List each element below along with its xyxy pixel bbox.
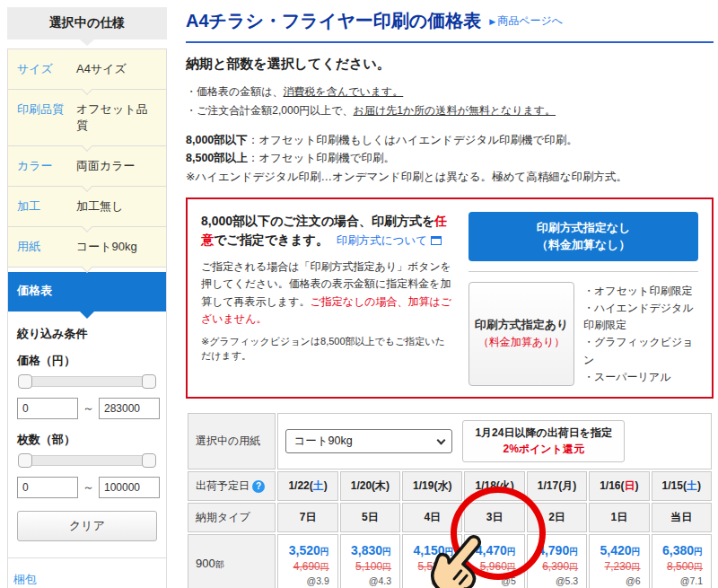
- method-item: ・オフセット印刷限定: [583, 283, 698, 300]
- price-original: 6,390円: [536, 559, 578, 575]
- price-per-unit: @3.9: [286, 575, 328, 587]
- price-cell[interactable]: 4,790円 6,390円 @5.3: [527, 534, 587, 588]
- quantity-label: 900部: [188, 534, 276, 588]
- price-original: 5,100円: [349, 559, 391, 575]
- method-box-body: ご指定される場合は「印刷方式指定あり」ボタンを押してください。価格表の表示金額に…: [201, 259, 454, 328]
- about-print-method-link[interactable]: 印刷方式について: [337, 234, 427, 247]
- price-max-input[interactable]: [99, 398, 160, 419]
- sidebar-links: 梱包 オプション: [8, 557, 166, 588]
- main-content: A4チラシ・フライヤー印刷の価格表 ▶商品ページへ 納期と部数を選択してください…: [167, 0, 718, 588]
- help-icon[interactable]: ?: [252, 480, 265, 493]
- price-cell[interactable]: 5,420円 7,230円 @6: [589, 534, 649, 588]
- spec-list: サイズ A4サイズ 印刷品質 オフセット品質 カラー 両面カラー 加工 加工無し: [8, 49, 166, 268]
- price-range-inputs: ～: [17, 398, 157, 419]
- note-link[interactable]: 消費税を含んでいます。: [284, 85, 404, 98]
- spec-label: 加工: [17, 198, 76, 215]
- paper-row: 選択中の用紙 コート90kg 1月24日以降の出荷日を指定 2%ポイント還元: [188, 413, 712, 470]
- spec-row[interactable]: 印刷品質 オフセット品質: [8, 90, 166, 146]
- price-per-unit: @7.1: [661, 575, 703, 587]
- qty-slider-handle-max[interactable]: [142, 453, 156, 468]
- spec-value: コート90kg: [76, 239, 137, 255]
- delivery-type-cell: 7日: [277, 503, 337, 532]
- method-item: ・グラフィックビジョン: [583, 334, 698, 368]
- qty-min-input[interactable]: [17, 477, 78, 498]
- price-current: 4,790円: [536, 541, 578, 559]
- price-per-unit: @6: [598, 575, 640, 587]
- spec-row[interactable]: 加工 加工無し: [8, 187, 166, 227]
- spec-row[interactable]: カラー 両面カラー: [8, 146, 166, 187]
- sidebar-link[interactable]: 梱包: [8, 557, 166, 588]
- no-method-button[interactable]: 印刷方式指定なし （料金加算なし）: [468, 212, 698, 261]
- delivery-type-cell: 1日: [589, 503, 649, 532]
- price-cell[interactable]: 3,520円 4,690円 @3.9: [277, 534, 337, 588]
- machine-info-line: ※ハイエンドデジタル印刷…オンデマンド印刷とは異なる。極めて高精細な印刷方式。: [186, 168, 714, 186]
- delivery-type-cell: 当日: [652, 503, 712, 532]
- delivery-type-cell: 5日: [340, 503, 400, 532]
- specify-method-button[interactable]: 印刷方式指定あり （料金加算あり）: [468, 282, 574, 386]
- price-cell[interactable]: 4,470円 5,960円 @5: [464, 534, 524, 588]
- price-range-slider[interactable]: [18, 376, 156, 387]
- spec-row[interactable]: サイズ A4サイズ: [8, 49, 166, 90]
- machine-info: 8,000部以下：オフセット印刷機もしくはハイエンドデジタル印刷機で印刷。 8,…: [186, 131, 714, 186]
- spec-value: A4サイズ: [76, 61, 127, 77]
- sidebar-body: サイズ A4サイズ 印刷品質 オフセット品質 カラー 両面カラー 加工 加工無し: [7, 48, 167, 588]
- qty-range-label: 枚数（部）: [17, 432, 157, 448]
- ship-date-button[interactable]: 1月24日以降の出荷日を指定 2%ポイント還元: [462, 420, 625, 462]
- spec-sidebar: 選択中の仕様 サイズ A4サイズ 印刷品質 オフセット品質 カラー 両面カラー: [7, 7, 167, 588]
- qty-range-slider[interactable]: [18, 455, 156, 466]
- page-title: A4チラシ・フライヤー印刷の価格表: [186, 9, 481, 33]
- price-original: 5,960円: [473, 559, 515, 575]
- table-row: 900部 3,520円 4,690円 @3.9 3,830円 5,100円 @4…: [188, 534, 712, 588]
- price-original: 4,690円: [286, 559, 328, 575]
- product-page-link[interactable]: ▶商品ページへ: [489, 13, 563, 29]
- tab-price-table[interactable]: 価格表: [8, 272, 166, 312]
- price-slider-handle-max[interactable]: [142, 374, 156, 389]
- ship-date-cell: 1/15(土): [652, 471, 712, 501]
- paper-label: 選択中の用紙: [188, 413, 276, 470]
- delivery-type-row: 納期タイプ 7日5日4日3日2日1日当日: [188, 503, 712, 532]
- paper-select[interactable]: コート90kg: [285, 429, 452, 453]
- page-header: A4チラシ・フライヤー印刷の価格表 ▶商品ページへ: [186, 9, 714, 43]
- price-current: 3,830円: [349, 541, 391, 559]
- price-min-input[interactable]: [17, 398, 78, 419]
- window-icon: [431, 236, 442, 245]
- filter-panel: 絞り込み条件 価格（円） ～ 枚数（部） ～: [8, 312, 166, 557]
- ship-date-cell: 1/17(月): [527, 471, 587, 501]
- spec-row[interactable]: 用紙 コート90kg: [8, 227, 166, 268]
- ship-date-label: 出荷予定日?: [188, 471, 276, 501]
- price-current: 6,380円: [661, 541, 703, 559]
- spec-value: 両面カラー: [76, 158, 136, 174]
- price-per-unit: @4.3: [349, 575, 391, 587]
- price-table: 選択中の用紙 コート90kg 1月24日以降の出荷日を指定 2%ポイント還元: [186, 411, 714, 588]
- tilde: ～: [83, 400, 94, 417]
- price-original: 8,500円: [661, 559, 703, 575]
- machine-info-line: 8,000部以下：オフセット印刷機もしくはハイエンドデジタル印刷機で印刷。: [186, 131, 714, 149]
- price-current: 4,470円: [473, 541, 515, 559]
- method-box-note: ※グラフィックビジョンは8,500部以上でもご指定いただけます。: [201, 334, 454, 364]
- page: 選択中の仕様 サイズ A4サイズ 印刷品質 オフセット品質 カラー 両面カラー: [0, 0, 718, 588]
- print-method-box: 8,000部以下のご注文の場合、印刷方式を任意でご指定できます。 印刷方式につい…: [186, 197, 714, 399]
- price-cell[interactable]: 3,830円 5,100円 @4.3: [340, 534, 400, 588]
- qty-max-input[interactable]: [99, 477, 160, 498]
- divider: [468, 271, 698, 272]
- price-per-unit: @5.3: [536, 575, 578, 587]
- machine-info-line: 8,500部以上：オフセット印刷機で印刷。: [186, 149, 714, 167]
- note-link[interactable]: お届け先1か所の送料が無料となります。: [354, 104, 556, 117]
- spec-label: 用紙: [17, 239, 76, 255]
- qty-slider-handle-min[interactable]: [18, 453, 32, 468]
- ship-date-cell: 1/18(火): [464, 471, 524, 501]
- price-cell[interactable]: 6,380円 8,500円 @7.1: [652, 534, 712, 588]
- price-cell[interactable]: 4,150円 5,530円 @4.6: [402, 534, 462, 588]
- price-current: 3,520円: [286, 541, 328, 559]
- delivery-type-label: 納期タイプ: [188, 503, 276, 532]
- price-per-unit: @4.6: [411, 575, 453, 587]
- spec-label: カラー: [17, 158, 76, 174]
- price-slider-handle-min[interactable]: [18, 374, 32, 389]
- clear-button[interactable]: クリア: [17, 511, 157, 541]
- notes: ・価格表の金額は、消費税を含んでいます。 ・ご注文合計金額2,000円以上で、お…: [186, 83, 714, 120]
- delivery-type-cell: 2日: [527, 503, 587, 532]
- arrow-icon: ▶: [489, 17, 495, 26]
- tilde: ～: [83, 479, 94, 496]
- spec-label: サイズ: [17, 61, 76, 77]
- qty-range-inputs: ～: [17, 477, 157, 498]
